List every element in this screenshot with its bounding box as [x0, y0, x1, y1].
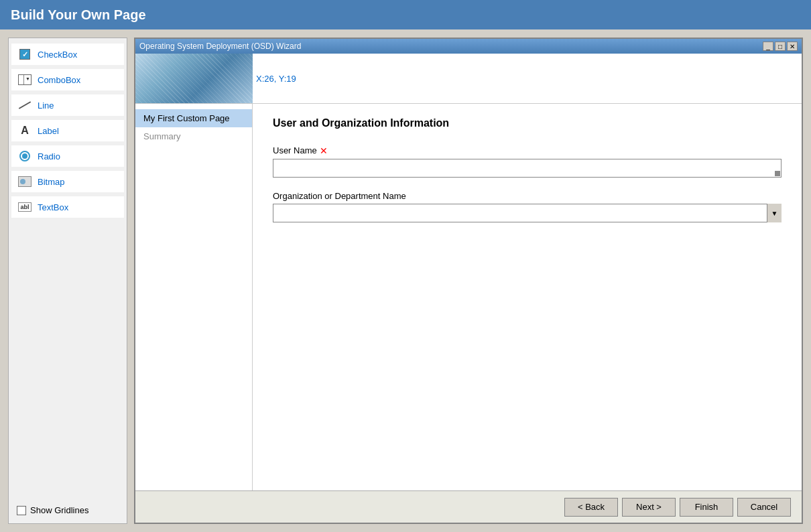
minimize-button[interactable]: _ [763, 42, 773, 51]
page-header: Build Your Own Page [0, 0, 811, 29]
wizard-titlebar: Operating System Deployment (OSD) Wizard… [135, 39, 802, 54]
next-button[interactable]: Next > [622, 498, 676, 517]
tool-label-textbox: TextBox [38, 202, 68, 212]
wizard-nav: My First Custom Page Summary [135, 104, 253, 490]
combobox-icon [17, 72, 32, 87]
nav-item-custom-page[interactable]: My First Custom Page [135, 109, 252, 127]
toolbox-panel: ✓ CheckBox ComboBox Line A Label [8, 38, 127, 524]
tool-label-line: Line [38, 101, 54, 111]
user-name-input[interactable] [273, 159, 782, 178]
tool-label-radio: Radio [38, 151, 60, 161]
tool-item-bitmap[interactable]: Bitmap [11, 171, 124, 192]
coordinates-display: X:26, Y:19 [256, 74, 296, 84]
wizard-body: X:26, Y:19 My First Custom Page Summary … [135, 54, 802, 523]
tool-item-combobox[interactable]: ComboBox [11, 69, 124, 90]
wizard-footer: < Back Next > Finish Cancel [135, 490, 802, 523]
wizard-title: Operating System Deployment (OSD) Wizard [139, 42, 301, 51]
checkbox-icon: ✓ [17, 47, 32, 62]
tool-label-checkbox: CheckBox [38, 50, 77, 60]
textbox-icon: abl [17, 200, 32, 214]
gridlines-label: Show Gridlines [30, 505, 88, 515]
wizard-window: Operating System Deployment (OSD) Wizard… [134, 38, 803, 524]
org-name-dropdown-arrow[interactable]: ▼ [767, 204, 782, 222]
wizard-content: My First Custom Page Summary User and Or… [135, 104, 802, 490]
tool-label-bitmap: Bitmap [38, 177, 64, 187]
gridlines-checkbox[interactable] [17, 506, 26, 515]
tool-item-label[interactable]: A Label [11, 120, 124, 141]
page-title: Build Your Own Page [11, 7, 146, 23]
show-gridlines-container[interactable]: Show Gridlines [11, 501, 124, 519]
org-name-group: Organization or Department Name ▼ [273, 191, 782, 222]
wizard-banner: X:26, Y:19 [135, 54, 802, 104]
section-title: User and Organization Information [273, 117, 782, 129]
org-name-combo-wrapper: ▼ [273, 204, 782, 222]
tool-item-textbox[interactable]: abl TextBox [11, 196, 124, 218]
user-name-group: User Name ✕ [273, 145, 782, 178]
tool-label-combobox: ComboBox [38, 75, 80, 85]
restore-button[interactable]: □ [775, 42, 786, 51]
tool-item-line[interactable]: Line [11, 94, 124, 116]
tool-item-checkbox[interactable]: ✓ CheckBox [11, 44, 124, 65]
main-layout: ✓ CheckBox ComboBox Line A Label [0, 29, 811, 532]
back-button[interactable]: < Back [564, 498, 618, 517]
cancel-button[interactable]: Cancel [737, 498, 791, 517]
finish-button[interactable]: Finish [680, 498, 733, 517]
banner-pattern [135, 54, 253, 104]
radio-icon [17, 149, 32, 163]
org-name-input[interactable] [273, 204, 782, 222]
required-star-username: ✕ [320, 145, 328, 156]
wizard-right-content: User and Organization Information User N… [253, 104, 802, 490]
close-button[interactable]: ✕ [787, 42, 798, 51]
tool-item-radio[interactable]: Radio [11, 145, 124, 167]
org-name-label: Organization or Department Name [273, 191, 782, 201]
user-name-input-wrapper [273, 159, 782, 178]
line-icon [17, 98, 32, 113]
bitmap-icon [17, 174, 32, 189]
titlebar-buttons: _ □ ✕ [763, 42, 798, 51]
nav-item-summary[interactable]: Summary [135, 127, 252, 145]
user-name-label: User Name ✕ [273, 145, 782, 156]
resize-handle-username[interactable] [775, 171, 780, 176]
label-icon: A [17, 123, 32, 138]
tool-label-label: Label [38, 126, 59, 136]
